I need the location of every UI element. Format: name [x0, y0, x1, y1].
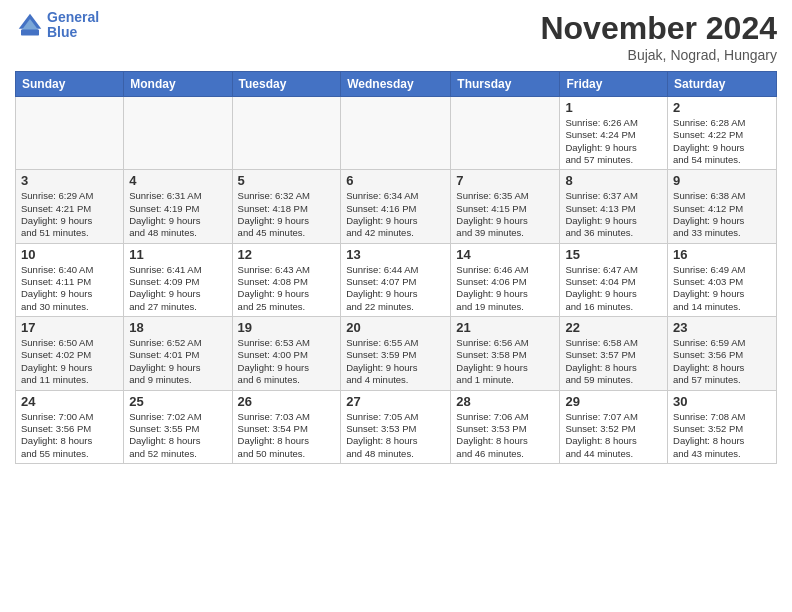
day-info: Sunrise: 6:43 AM Sunset: 4:08 PM Dayligh… — [238, 264, 336, 313]
day-info: Sunrise: 6:47 AM Sunset: 4:04 PM Dayligh… — [565, 264, 662, 313]
calendar-week-row: 24Sunrise: 7:00 AM Sunset: 3:56 PM Dayli… — [16, 390, 777, 463]
calendar-day: 29Sunrise: 7:07 AM Sunset: 3:52 PM Dayli… — [560, 390, 668, 463]
month-title: November 2024 — [540, 10, 777, 47]
day-info: Sunrise: 6:52 AM Sunset: 4:01 PM Dayligh… — [129, 337, 226, 386]
day-number: 5 — [238, 173, 336, 188]
calendar-day: 7Sunrise: 6:35 AM Sunset: 4:15 PM Daylig… — [451, 170, 560, 243]
calendar-day: 12Sunrise: 6:43 AM Sunset: 4:08 PM Dayli… — [232, 243, 341, 316]
calendar-day: 28Sunrise: 7:06 AM Sunset: 3:53 PM Dayli… — [451, 390, 560, 463]
calendar-day: 17Sunrise: 6:50 AM Sunset: 4:02 PM Dayli… — [16, 317, 124, 390]
calendar-day: 9Sunrise: 6:38 AM Sunset: 4:12 PM Daylig… — [668, 170, 777, 243]
calendar-day: 1Sunrise: 6:26 AM Sunset: 4:24 PM Daylig… — [560, 97, 668, 170]
day-number: 19 — [238, 320, 336, 335]
calendar-day: 3Sunrise: 6:29 AM Sunset: 4:21 PM Daylig… — [16, 170, 124, 243]
col-monday: Monday — [124, 72, 232, 97]
calendar-day: 11Sunrise: 6:41 AM Sunset: 4:09 PM Dayli… — [124, 243, 232, 316]
day-info: Sunrise: 6:35 AM Sunset: 4:15 PM Dayligh… — [456, 190, 554, 239]
calendar-day: 6Sunrise: 6:34 AM Sunset: 4:16 PM Daylig… — [341, 170, 451, 243]
day-info: Sunrise: 7:03 AM Sunset: 3:54 PM Dayligh… — [238, 411, 336, 460]
day-info: Sunrise: 6:49 AM Sunset: 4:03 PM Dayligh… — [673, 264, 771, 313]
calendar-week-row: 10Sunrise: 6:40 AM Sunset: 4:11 PM Dayli… — [16, 243, 777, 316]
day-number: 4 — [129, 173, 226, 188]
calendar-day: 10Sunrise: 6:40 AM Sunset: 4:11 PM Dayli… — [16, 243, 124, 316]
day-info: Sunrise: 6:56 AM Sunset: 3:58 PM Dayligh… — [456, 337, 554, 386]
day-number: 3 — [21, 173, 118, 188]
day-number: 13 — [346, 247, 445, 262]
calendar-day: 2Sunrise: 6:28 AM Sunset: 4:22 PM Daylig… — [668, 97, 777, 170]
day-number: 17 — [21, 320, 118, 335]
logo-text-line1: General — [47, 10, 99, 25]
day-number: 26 — [238, 394, 336, 409]
day-info: Sunrise: 6:40 AM Sunset: 4:11 PM Dayligh… — [21, 264, 118, 313]
day-info: Sunrise: 6:55 AM Sunset: 3:59 PM Dayligh… — [346, 337, 445, 386]
col-friday: Friday — [560, 72, 668, 97]
calendar-day: 18Sunrise: 6:52 AM Sunset: 4:01 PM Dayli… — [124, 317, 232, 390]
day-info: Sunrise: 7:02 AM Sunset: 3:55 PM Dayligh… — [129, 411, 226, 460]
day-info: Sunrise: 6:50 AM Sunset: 4:02 PM Dayligh… — [21, 337, 118, 386]
col-sunday: Sunday — [16, 72, 124, 97]
day-info: Sunrise: 6:41 AM Sunset: 4:09 PM Dayligh… — [129, 264, 226, 313]
calendar-day: 30Sunrise: 7:08 AM Sunset: 3:52 PM Dayli… — [668, 390, 777, 463]
day-info: Sunrise: 6:26 AM Sunset: 4:24 PM Dayligh… — [565, 117, 662, 166]
day-number: 23 — [673, 320, 771, 335]
day-number: 11 — [129, 247, 226, 262]
calendar-day: 15Sunrise: 6:47 AM Sunset: 4:04 PM Dayli… — [560, 243, 668, 316]
day-number: 7 — [456, 173, 554, 188]
day-number: 2 — [673, 100, 771, 115]
col-wednesday: Wednesday — [341, 72, 451, 97]
day-info: Sunrise: 7:05 AM Sunset: 3:53 PM Dayligh… — [346, 411, 445, 460]
day-info: Sunrise: 6:32 AM Sunset: 4:18 PM Dayligh… — [238, 190, 336, 239]
day-info: Sunrise: 6:29 AM Sunset: 4:21 PM Dayligh… — [21, 190, 118, 239]
calendar-week-row: 17Sunrise: 6:50 AM Sunset: 4:02 PM Dayli… — [16, 317, 777, 390]
calendar-day: 4Sunrise: 6:31 AM Sunset: 4:19 PM Daylig… — [124, 170, 232, 243]
calendar-day: 8Sunrise: 6:37 AM Sunset: 4:13 PM Daylig… — [560, 170, 668, 243]
calendar-day — [232, 97, 341, 170]
day-number: 6 — [346, 173, 445, 188]
day-info: Sunrise: 6:34 AM Sunset: 4:16 PM Dayligh… — [346, 190, 445, 239]
day-number: 14 — [456, 247, 554, 262]
day-info: Sunrise: 6:37 AM Sunset: 4:13 PM Dayligh… — [565, 190, 662, 239]
day-number: 12 — [238, 247, 336, 262]
day-number: 25 — [129, 394, 226, 409]
svg-rect-3 — [21, 30, 39, 36]
day-number: 22 — [565, 320, 662, 335]
calendar: Sunday Monday Tuesday Wednesday Thursday… — [15, 71, 777, 464]
calendar-day: 16Sunrise: 6:49 AM Sunset: 4:03 PM Dayli… — [668, 243, 777, 316]
calendar-day: 21Sunrise: 6:56 AM Sunset: 3:58 PM Dayli… — [451, 317, 560, 390]
calendar-day: 14Sunrise: 6:46 AM Sunset: 4:06 PM Dayli… — [451, 243, 560, 316]
calendar-day: 22Sunrise: 6:58 AM Sunset: 3:57 PM Dayli… — [560, 317, 668, 390]
day-number: 18 — [129, 320, 226, 335]
day-number: 29 — [565, 394, 662, 409]
calendar-day: 26Sunrise: 7:03 AM Sunset: 3:54 PM Dayli… — [232, 390, 341, 463]
calendar-day: 25Sunrise: 7:02 AM Sunset: 3:55 PM Dayli… — [124, 390, 232, 463]
day-number: 30 — [673, 394, 771, 409]
day-info: Sunrise: 6:44 AM Sunset: 4:07 PM Dayligh… — [346, 264, 445, 313]
logo-icon — [15, 10, 45, 40]
day-info: Sunrise: 6:53 AM Sunset: 4:00 PM Dayligh… — [238, 337, 336, 386]
day-info: Sunrise: 6:38 AM Sunset: 4:12 PM Dayligh… — [673, 190, 771, 239]
day-number: 1 — [565, 100, 662, 115]
logo: General Blue — [15, 10, 99, 41]
calendar-day — [16, 97, 124, 170]
day-info: Sunrise: 7:08 AM Sunset: 3:52 PM Dayligh… — [673, 411, 771, 460]
calendar-day: 5Sunrise: 6:32 AM Sunset: 4:18 PM Daylig… — [232, 170, 341, 243]
calendar-day — [341, 97, 451, 170]
day-number: 10 — [21, 247, 118, 262]
day-info: Sunrise: 6:31 AM Sunset: 4:19 PM Dayligh… — [129, 190, 226, 239]
day-number: 20 — [346, 320, 445, 335]
day-info: Sunrise: 7:00 AM Sunset: 3:56 PM Dayligh… — [21, 411, 118, 460]
day-number: 9 — [673, 173, 771, 188]
calendar-header-row: Sunday Monday Tuesday Wednesday Thursday… — [16, 72, 777, 97]
calendar-day: 19Sunrise: 6:53 AM Sunset: 4:00 PM Dayli… — [232, 317, 341, 390]
calendar-day — [124, 97, 232, 170]
logo-text-line2: Blue — [47, 25, 99, 40]
day-number: 27 — [346, 394, 445, 409]
location: Bujak, Nograd, Hungary — [540, 47, 777, 63]
calendar-day: 23Sunrise: 6:59 AM Sunset: 3:56 PM Dayli… — [668, 317, 777, 390]
page: General Blue November 2024 Bujak, Nograd… — [0, 0, 792, 612]
day-number: 28 — [456, 394, 554, 409]
day-number: 24 — [21, 394, 118, 409]
col-tuesday: Tuesday — [232, 72, 341, 97]
day-number: 8 — [565, 173, 662, 188]
day-info: Sunrise: 6:46 AM Sunset: 4:06 PM Dayligh… — [456, 264, 554, 313]
